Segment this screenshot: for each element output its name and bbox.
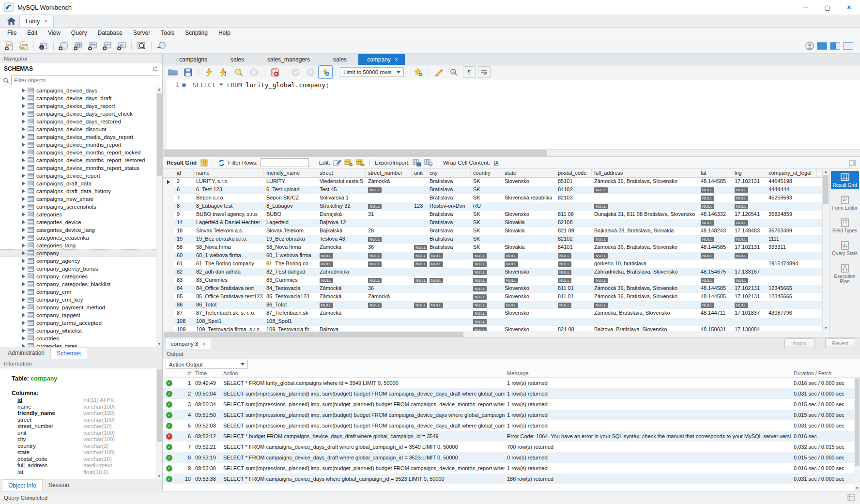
grid-cell[interactable]: 84101 bbox=[555, 244, 592, 252]
output-mode-dropdown[interactable]: Action Output bbox=[166, 360, 248, 369]
grid-cell[interactable]: 87 bbox=[174, 309, 194, 318]
grid-cell[interactable]: 1915474894 bbox=[766, 260, 817, 268]
menu-edit[interactable]: Edit bbox=[22, 28, 43, 39]
grid-cell[interactable]: 17.102131 bbox=[732, 178, 766, 186]
grid-vertical-scrollbar[interactable]: ▲ ▼ bbox=[822, 169, 829, 331]
expand-arrow-icon[interactable] bbox=[22, 143, 25, 147]
grid-cell[interactable]: 123 bbox=[412, 202, 427, 211]
grid-cell[interactable]: 31 bbox=[366, 211, 412, 219]
open-sql-script-button[interactable]: SQL bbox=[17, 40, 30, 52]
grid-cell[interactable]: Zámocká 36, Bratislava, Slovensko bbox=[592, 293, 698, 301]
grid-cell[interactable] bbox=[732, 260, 766, 268]
menu-query[interactable]: Query bbox=[66, 28, 92, 39]
grid-cell[interactable]: 84102 bbox=[555, 186, 592, 194]
grid-cell[interactable]: NULL bbox=[592, 252, 698, 260]
grid-column-header-street_number[interactable]: street_number bbox=[366, 169, 412, 177]
grid-cell[interactable] bbox=[412, 186, 427, 194]
delete-row-icon[interactable] bbox=[356, 159, 365, 167]
grid-cell[interactable] bbox=[366, 326, 412, 331]
grid-cell[interactable]: gorkeho 10, bratislava bbox=[592, 260, 698, 268]
grid-cell[interactable]: BUBO bbox=[264, 211, 317, 219]
grid-cell[interactable]: 1111 bbox=[766, 235, 817, 244]
grid-cell[interactable] bbox=[592, 318, 698, 326]
grid-cell[interactable] bbox=[412, 235, 427, 244]
grid-cell[interactable]: 83_Cummies bbox=[264, 276, 317, 285]
insert-row-icon[interactable] bbox=[344, 159, 353, 167]
grid-cell[interactable]: 84_Office Bratislava test bbox=[194, 285, 264, 293]
grid-cell[interactable]: 14 bbox=[174, 219, 194, 227]
row-select-gutter[interactable] bbox=[163, 285, 174, 293]
grid-cell[interactable]: NULL bbox=[471, 318, 502, 326]
sql-editor[interactable]: 1 SELECT * FROM lurity_global.company; bbox=[163, 79, 860, 149]
expand-arrow-icon[interactable] bbox=[22, 220, 25, 224]
grid-cell[interactable]: Bajzova, Bratislava, Slovensko bbox=[592, 326, 698, 331]
grid-cell[interactable] bbox=[555, 318, 592, 326]
grid-cell[interactable] bbox=[366, 268, 412, 276]
grid-cell[interactable]: Slovensko bbox=[502, 285, 555, 293]
output-log-row[interactable]: ✓209:50:04SELECT sum(impressions_planned… bbox=[163, 388, 854, 399]
grid-cell[interactable] bbox=[366, 318, 412, 326]
grid-cell[interactable]: 109_Testovacia fir... bbox=[264, 326, 317, 331]
grid-cell[interactable]: NULL bbox=[698, 186, 732, 194]
expand-arrow-icon[interactable] bbox=[22, 127, 25, 131]
grid-cell[interactable]: NULL bbox=[555, 260, 592, 268]
grid-cell[interactable]: Zamocka bbox=[317, 244, 366, 252]
grid-cell[interactable]: NULL bbox=[366, 260, 412, 268]
output-scrollbar[interactable]: ▼ bbox=[854, 378, 860, 491]
grid-cell[interactable]: NULL bbox=[698, 194, 732, 202]
grid-cell[interactable]: Záhradnícka bbox=[317, 268, 366, 276]
grid-cell[interactable]: NULL bbox=[502, 252, 555, 260]
tree-item-company_whitelist[interactable]: company_whitelist bbox=[0, 327, 156, 335]
grid-cell[interactable]: 61_The Boring company bbox=[194, 260, 264, 268]
grid-cell[interactable]: Záhradnícka, Bratislava, Slovensko bbox=[592, 268, 698, 276]
grid-cell[interactable]: 9 bbox=[174, 211, 194, 219]
limit-rows-dropdown[interactable]: Limit to 50000 rows bbox=[340, 67, 404, 77]
grid-cell[interactable]: 60 bbox=[174, 252, 194, 260]
create-schema-button[interactable] bbox=[57, 40, 70, 52]
grid-cell[interactable] bbox=[412, 211, 427, 219]
execute-statement-button[interactable] bbox=[202, 66, 215, 78]
tree-item-categories_device[interactable]: categories_device bbox=[0, 218, 156, 226]
close-query-tab-icon[interactable]: × bbox=[395, 54, 398, 65]
grid-cell[interactable] bbox=[427, 318, 471, 326]
tree-item-categories_lang[interactable]: categories_lang bbox=[0, 242, 156, 249]
save-script-button[interactable] bbox=[182, 66, 194, 78]
grid-cell[interactable]: Zámocká 36, Bratislava, Slovensko bbox=[592, 178, 698, 186]
expand-arrow-icon[interactable] bbox=[22, 104, 25, 108]
grid-cell[interactable]: Slovensko bbox=[502, 309, 555, 318]
grid-column-header-lng[interactable]: lng bbox=[732, 169, 766, 177]
grid-cell[interactable]: 82103 bbox=[555, 194, 592, 202]
home-tab-button[interactable] bbox=[3, 15, 19, 27]
grid-cell[interactable]: 60_1 webova firma bbox=[264, 252, 317, 260]
grid-cell[interactable]: Lagerfeld & Daniel Hechter bbox=[194, 219, 264, 227]
execute-current-statement-button[interactable] bbox=[217, 66, 230, 78]
grid-cell[interactable]: 8 bbox=[174, 202, 194, 211]
grid-cell[interactable]: 87_Tiefenbach.sk, s. r. o. bbox=[194, 309, 264, 318]
grid-cell[interactable]: Slovensko bbox=[502, 211, 555, 219]
output-log-row[interactable]: ✓1009:53:38SELECT * FROM campaigns_devic… bbox=[163, 473, 854, 484]
output-log-row[interactable]: ✓409:51:50SELECT sum(impressions_planned… bbox=[163, 410, 854, 420]
editor-horizontal-scrollbar[interactable] bbox=[163, 149, 860, 156]
grid-cell[interactable]: 19_Bez obrazku bbox=[264, 235, 317, 244]
grid-cell[interactable] bbox=[766, 326, 817, 331]
grid-cell[interactable]: 8_Lubagov test bbox=[194, 202, 264, 211]
filter-objects-input[interactable] bbox=[11, 76, 159, 85]
grid-cell[interactable]: 85 bbox=[174, 293, 194, 301]
schemas-refresh-icon[interactable] bbox=[152, 66, 158, 72]
grid-cell[interactable]: 48.144585 bbox=[698, 244, 732, 252]
minimize-button[interactable]: ─ bbox=[795, 0, 816, 15]
row-select-gutter[interactable] bbox=[163, 235, 174, 244]
grid-cell[interactable] bbox=[766, 301, 817, 309]
grid-cell[interactable] bbox=[592, 194, 698, 202]
rollback-button[interactable] bbox=[304, 66, 317, 78]
expand-arrow-icon[interactable] bbox=[22, 96, 25, 100]
side-tool-execution-plan[interactable]: Execution Plan bbox=[831, 262, 859, 286]
query-tab-sales-1[interactable]: sales bbox=[219, 54, 256, 65]
row-select-gutter[interactable] bbox=[163, 293, 174, 301]
toggle-result-panel-icon[interactable] bbox=[849, 160, 856, 166]
sql-code-line[interactable]: SELECT * FROM lurity_global.company; bbox=[186, 79, 329, 149]
grid-cell[interactable]: SK bbox=[471, 219, 502, 227]
grid-cell[interactable]: NULL bbox=[427, 252, 471, 260]
scroll-down-icon[interactable]: ▼ bbox=[156, 474, 162, 478]
grid-cell[interactable]: Viedenská cesta 5 bbox=[317, 178, 366, 186]
